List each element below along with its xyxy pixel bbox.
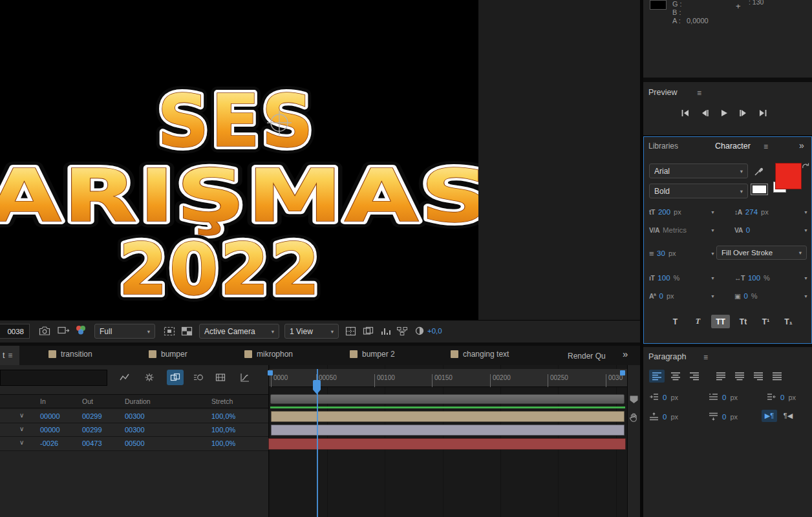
- snapshot-camera-icon[interactable]: [37, 325, 52, 337]
- layer-in-value[interactable]: 00000: [40, 426, 60, 434]
- layer-out-value[interactable]: 00299: [82, 426, 102, 434]
- vertical-scale-control[interactable]: ıT 100 % ▼: [649, 271, 715, 284]
- layer-bar[interactable]: [271, 411, 625, 422]
- tab-transition[interactable]: transition: [48, 350, 92, 359]
- faux-italic-button[interactable]: T: [689, 315, 707, 328]
- kerning-value[interactable]: Metrics: [663, 226, 687, 234]
- superscript-button[interactable]: T¹: [756, 315, 775, 328]
- layer-in-value[interactable]: -0026: [40, 439, 58, 447]
- expand-chevron-icon[interactable]: ∨: [19, 412, 24, 419]
- align-right-button[interactable]: [687, 370, 702, 383]
- grid-guides-icon[interactable]: [344, 325, 357, 337]
- timeline-ruler[interactable]: 0000 00050 00100 00150 00200 00250 0030: [269, 369, 627, 387]
- field-value[interactable]: 0: [663, 394, 667, 401]
- kerning-control[interactable]: V/A Metrics ▼: [649, 224, 715, 237]
- field-value[interactable]: 0: [722, 394, 726, 401]
- play-icon[interactable]: [716, 107, 731, 119]
- pixel-aspect-icon[interactable]: [361, 325, 374, 337]
- layer-duration-value[interactable]: 00300: [125, 426, 145, 434]
- column-header[interactable]: In: [40, 397, 46, 405]
- space-before-field[interactable]: 0 px: [649, 412, 678, 421]
- shy-layers-icon[interactable]: [142, 370, 156, 385]
- font-family-select[interactable]: Arial ▾: [649, 164, 748, 178]
- all-caps-button[interactable]: TT: [711, 315, 730, 328]
- leading-control[interactable]: ↕A 274 px ▼: [734, 206, 808, 218]
- layer-out-value[interactable]: 00299: [82, 412, 102, 420]
- column-header[interactable]: Duration: [125, 397, 151, 405]
- justify-last-left-button[interactable]: [713, 370, 729, 383]
- stroke-width-value[interactable]: 30: [657, 249, 665, 257]
- dropdown-arrow-icon[interactable]: ▼: [710, 228, 715, 233]
- left-to-right-button[interactable]: ▶¶: [762, 410, 777, 422]
- space-after-field[interactable]: 0 px: [709, 412, 738, 421]
- dropdown-arrow-icon[interactable]: ▼: [804, 228, 808, 233]
- align-left-button[interactable]: [649, 370, 665, 383]
- layer-stretch-value[interactable]: 100,0%: [211, 412, 235, 420]
- tracking-value[interactable]: 0: [746, 226, 750, 234]
- tab-changing-text[interactable]: changing text: [451, 350, 509, 359]
- first-line-indent-field[interactable]: 0 px: [709, 393, 738, 401]
- layer-row[interactable]: ∨ -0026 00473 00500 100,0%: [0, 437, 268, 451]
- tsume-value[interactable]: 0: [743, 292, 747, 300]
- justify-last-center-button[interactable]: [732, 370, 747, 383]
- stroke-mode-select[interactable]: Fill Over Stroke ▾: [716, 246, 807, 260]
- camera-view-select[interactable]: Active Camera ▾: [199, 324, 279, 339]
- stroke-color-chip[interactable]: [751, 184, 767, 195]
- swap-fill-stroke-icon[interactable]: [801, 162, 810, 171]
- layer-bar[interactable]: [271, 425, 625, 436]
- frame-blending-icon[interactable]: [167, 370, 184, 385]
- tab-bumper[interactable]: bumper: [149, 350, 187, 359]
- hand-tool-icon[interactable]: [628, 412, 639, 423]
- comp-marker-button[interactable]: [628, 394, 639, 405]
- column-header[interactable]: Stretch: [211, 397, 233, 405]
- dropdown-arrow-icon[interactable]: ▼: [710, 294, 715, 299]
- layer-row[interactable]: ∨ 00000 00299 00300 100,0%: [0, 410, 268, 423]
- chevrons-right-icon[interactable]: »: [799, 140, 804, 151]
- horizontal-scale-control[interactable]: ↔T 100 % ▼: [734, 271, 808, 284]
- timeline-search-input[interactable]: [0, 370, 107, 386]
- layer-duration-value[interactable]: 00300: [125, 412, 145, 420]
- expand-chevron-icon[interactable]: ∨: [19, 439, 24, 446]
- menu-icon[interactable]: ≡: [697, 89, 701, 98]
- eyedropper-icon[interactable]: [753, 165, 765, 177]
- expand-chevron-icon[interactable]: ∨: [19, 425, 24, 432]
- work-area-bar[interactable]: [270, 394, 625, 404]
- field-value[interactable]: 0: [722, 413, 726, 421]
- layer-duration-value[interactable]: 00500: [125, 439, 145, 447]
- work-area-end-handle[interactable]: [620, 370, 625, 375]
- font-size-value[interactable]: 200: [658, 208, 670, 216]
- tab-active-comp[interactable]: t ≡: [0, 346, 19, 365]
- chevrons-right-icon[interactable]: »: [623, 348, 628, 359]
- exposure-value[interactable]: +0,0: [427, 327, 442, 335]
- comp-mini-flowchart-icon[interactable]: [118, 370, 132, 385]
- film-layers-icon[interactable]: [213, 370, 228, 385]
- horizontal-scale-value[interactable]: 100: [748, 274, 760, 282]
- show-snapshot-icon[interactable]: [56, 325, 70, 337]
- view-layout-select[interactable]: 1 View ▾: [284, 324, 339, 339]
- subscript-button[interactable]: T₁: [779, 315, 798, 328]
- layer-bar[interactable]: [268, 438, 626, 450]
- field-value[interactable]: 0: [663, 413, 667, 421]
- align-center-button[interactable]: [668, 370, 683, 383]
- leading-value[interactable]: 274: [745, 208, 758, 216]
- faux-bold-button[interactable]: T: [666, 315, 685, 328]
- dropdown-arrow-icon[interactable]: ▼: [710, 210, 715, 215]
- next-frame-icon[interactable]: [736, 107, 751, 119]
- dropdown-arrow-icon[interactable]: ▼: [804, 276, 808, 280]
- menu-icon[interactable]: ≡: [703, 353, 708, 362]
- tsume-control[interactable]: ▣ 0 % ▼: [734, 290, 808, 302]
- tracking-control[interactable]: VA 0 ▼: [734, 224, 808, 237]
- composition-viewport[interactable]: SES SES SES ARIŞMAS ARIŞMAS ARIŞMAS 2022…: [0, 0, 478, 320]
- menu-icon[interactable]: ≡: [764, 142, 768, 151]
- layer-in-value[interactable]: 00000: [40, 412, 60, 420]
- right-to-left-button[interactable]: ¶◀: [780, 410, 796, 422]
- small-caps-button[interactable]: Tt: [734, 315, 753, 328]
- motion-blur-icon[interactable]: [191, 370, 206, 385]
- work-area-start-handle[interactable]: [268, 370, 273, 375]
- font-size-control[interactable]: tT 200 px ▼: [649, 206, 715, 218]
- dropdown-arrow-icon[interactable]: ▼: [710, 276, 715, 280]
- layer-stretch-value[interactable]: 100,0%: [211, 439, 235, 447]
- dropdown-arrow-icon[interactable]: ▼: [804, 210, 808, 215]
- tab-bumper-2[interactable]: bumper 2: [350, 350, 395, 359]
- transparency-grid-icon[interactable]: [180, 325, 193, 337]
